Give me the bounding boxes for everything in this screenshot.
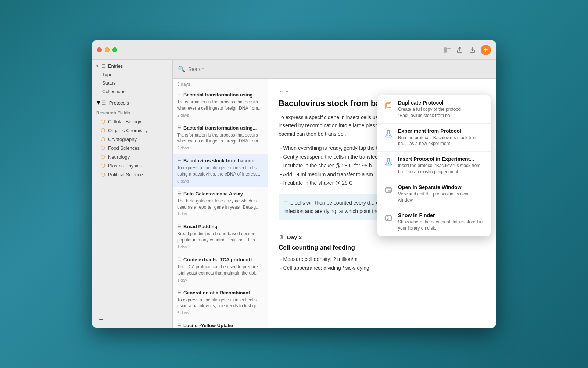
list-item-doc-icon: ☰ (177, 92, 181, 98)
list-item-title: Bacterial transformation using... (183, 92, 257, 98)
list-item-title: Baculovirus stock from bacmid (183, 158, 255, 163)
organic-chemistry-icon: ⬡ (101, 127, 105, 133)
list-item-desc: The beta-galactosidase enzyme which is u… (177, 198, 263, 210)
sidebar-item-plasma-physics[interactable]: ⬡ Plasma Physics (92, 161, 172, 170)
list-item-header: ☰ Bacterial transformation using... (177, 92, 263, 98)
dropdown-item-title: Insert Protocol in Experiment... (398, 156, 485, 162)
window-icon (383, 185, 394, 195)
collapse-icon[interactable]: ⌄⌄ (279, 86, 290, 94)
cellular-biology-label: Cellular Biology (108, 119, 141, 124)
collections-label: Collections (102, 89, 126, 94)
sidebar-add-button[interactable]: + (97, 316, 105, 324)
political-science-label: Political Science (108, 172, 143, 177)
political-science-icon: ⬡ (101, 171, 105, 177)
sidebar-item-political-science[interactable]: ⬡ Political Science (92, 170, 172, 179)
dropdown-item-content: Duplicate Protocol Create a full copy of… (398, 100, 485, 119)
list-item-header: ☰ Bread Pudding (177, 224, 263, 229)
protocols-section[interactable]: ▼ ☰ Protocols (92, 96, 172, 107)
list-item-doc-icon: ☰ (177, 224, 181, 229)
list-section-header: 3 days (173, 79, 268, 88)
sidebar-item-food-sciences[interactable]: ⬡ Food Sciences (92, 144, 172, 152)
dropdown-item-content: Insert Protocol in Experiment... Insert … (398, 156, 485, 175)
list-item-desc: To express a specific gene in insect cel… (177, 165, 263, 177)
organic-chemistry-label: Organic Chemistry (108, 128, 148, 133)
dropdown-item-desc: Run the protocol "Baculovirus stock from… (398, 135, 485, 147)
copy-icon (383, 100, 394, 111)
dropdown-item-duplicate[interactable]: Duplicate Protocol Create a full copy of… (377, 95, 491, 124)
detail-day2-bullets: Measure cell density: ? million/ml Cell … (279, 255, 486, 273)
list-item-title: Lucifer-Yellow Uptake (183, 323, 233, 328)
list-item-doc-icon: ☰ (177, 158, 181, 163)
list-item-doc-icon: ☰ (177, 125, 181, 130)
insert-icon (383, 157, 394, 167)
close-button[interactable] (97, 47, 102, 52)
sidebar-toggle-icon[interactable] (443, 46, 451, 54)
maximize-button[interactable] (112, 47, 117, 52)
dropdown-item-experiment[interactable]: Experiment from Protocol Run the protoco… (377, 124, 491, 152)
sidebar-item-organic-chemistry[interactable]: ⬡ Organic Chemistry (92, 126, 172, 135)
list-item-date: 5 days (177, 311, 263, 315)
add-button[interactable]: + (481, 45, 491, 55)
neurology-label: Neurology (108, 154, 130, 160)
svg-point-6 (387, 134, 388, 135)
svg-rect-2 (447, 50, 451, 50)
svg-rect-10 (386, 216, 391, 221)
list-item-title: Bread Pudding (183, 224, 217, 229)
sidebar-item-status[interactable]: Status (92, 79, 172, 87)
food-sciences-icon: ⬡ (101, 145, 105, 151)
list-item[interactable]: ☰ Generation of a Recombinant... To expr… (173, 286, 268, 319)
export-icon[interactable] (468, 46, 476, 54)
list-item-header: ☰ Lucifer-Yellow Uptake (177, 323, 263, 328)
detail-bullet: Measure cell density: ? million/ml (279, 255, 486, 264)
experiment-icon (383, 129, 394, 139)
dropdown-item-open-window[interactable]: Open In Separate Window View and edit th… (377, 180, 491, 208)
calendar-icon: 🗓 (279, 234, 284, 240)
list-item[interactable]: ☰ Beta-Galactosidase Assay The beta-gala… (173, 187, 268, 220)
list-item[interactable]: ☰ Bacterial transformation using... Tran… (173, 88, 268, 121)
detail-section-title: Cell counting and feeding (279, 244, 486, 251)
list-item[interactable]: ☰ Lucifer-Yellow Uptake Lucifer-Yellow i… (173, 319, 268, 328)
sidebar-item-cellular-biology[interactable]: ⬡ Cellular Biology (92, 117, 172, 126)
list-item-header: ☰ Bacterial transformation using... (177, 125, 263, 131)
entries-label: Entries (108, 63, 123, 69)
dropdown-item-finder[interactable]: Show In Finder Show where the document d… (377, 208, 491, 236)
list-item-header: ☰ Baculovirus stock from bacmid (177, 158, 263, 163)
list-item-desc: Transformation is the process that occur… (177, 132, 263, 145)
dropdown-menu: Duplicate Protocol Create a full copy of… (377, 95, 491, 236)
list-item-active[interactable]: ☰ Baculovirus stock from bacmid To expre… (173, 154, 268, 187)
list-item-date: 1 day (177, 245, 263, 249)
dropdown-item-desc: Create a full copy of the protocol "Bacu… (398, 106, 485, 119)
list-item[interactable]: ☰ Crude extracts: TCA protocol f... The … (173, 253, 268, 286)
sidebar-bottom: + (97, 316, 105, 324)
list-item-date: 1 day (177, 278, 263, 282)
list-item-title: Beta-Galactosidase Assay (183, 191, 243, 197)
sidebar-item-cryptography[interactable]: ⬡ Cryptography (92, 135, 172, 144)
cryptography-icon: ⬡ (101, 136, 105, 142)
list-item[interactable]: ☰ Bread Pudding Bread pudding is a bread… (173, 220, 268, 253)
right-side: 🔍 3 days ☰ Bacterial transformation usin… (173, 60, 496, 328)
svg-rect-0 (444, 47, 447, 53)
list-item-title: Bacterial transformation using... (183, 125, 257, 131)
dropdown-item-insert[interactable]: Insert Protocol in Experiment... Insert … (377, 152, 491, 180)
main-layout: ▼ ☰ Entries Type Status Collections ▼ ☰ … (92, 60, 496, 328)
sidebar-item-type[interactable]: Type (92, 70, 172, 79)
content-area: 3 days ☰ Bacterial transformation using.… (173, 79, 496, 328)
status-label: Status (102, 80, 116, 86)
list-item-doc-icon: ☰ (177, 257, 181, 262)
finder-icon (383, 213, 394, 223)
list-item-doc-icon: ☰ (177, 191, 181, 196)
minimize-button[interactable] (105, 47, 110, 52)
entries-section[interactable]: ▼ ☰ Entries (92, 60, 172, 70)
list-item-header: ☰ Generation of a Recombinant... (177, 290, 263, 296)
svg-rect-1 (447, 48, 451, 49)
protocols-label: Protocols (109, 100, 129, 106)
list-item[interactable]: ☰ Bacterial transformation using... Tran… (173, 121, 268, 155)
dropdown-item-title: Open In Separate Window (398, 184, 485, 190)
list-item-desc: To express a specific gene in insect cel… (177, 297, 263, 309)
sidebar-item-neurology[interactable]: ⬡ Neurology (92, 152, 172, 161)
list-item-desc: Transformation is the process that occur… (177, 99, 263, 112)
share-icon[interactable] (456, 46, 464, 54)
search-input[interactable] (188, 66, 491, 72)
dropdown-item-desc: Insert the protocol "Baculovirus stock f… (398, 163, 485, 175)
sidebar-item-collections[interactable]: Collections (92, 87, 172, 96)
